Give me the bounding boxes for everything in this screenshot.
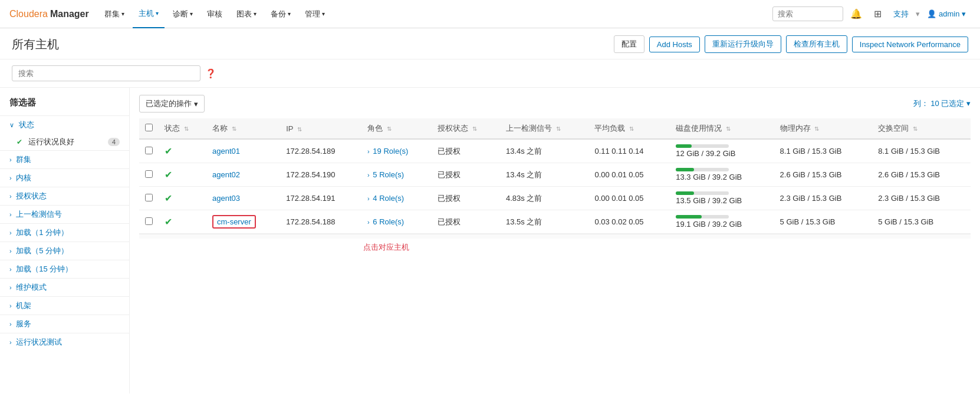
filter-group-load1[interactable]: › 加载（1 分钟） — [0, 223, 129, 241]
row-status: ✔ — [159, 187, 206, 210]
row-status: ✔ — [159, 163, 206, 187]
row-checkbox[interactable] — [145, 217, 153, 225]
status-good-icon: ✔ — [17, 138, 22, 146]
chevron-down-icon: ▾ — [254, 11, 256, 17]
nav-item-diagnose[interactable]: 诊断 ▾ — [167, 0, 199, 28]
col-header-auth[interactable]: 授权状态 ⇅ — [432, 118, 500, 139]
main-layout: 筛选器 ∨ 状态 ✔ 运行状况良好 4 › 群集 › 内核 › 授权状态 — [0, 88, 980, 393]
col-header-name[interactable]: 名称 ⇅ — [206, 118, 280, 139]
filter-group-load15[interactable]: › 加载（15 分钟） — [0, 260, 129, 278]
host-name-link[interactable]: agent01 — [212, 147, 240, 156]
grid-icon[interactable]: ⊞ — [869, 8, 886, 19]
row-roles[interactable]: › 6 Role(s) — [361, 210, 432, 234]
row-checkbox[interactable] — [145, 170, 153, 178]
col-header-swap[interactable]: 交换空间 ⇅ — [872, 118, 971, 139]
row-signal: 13.5s 之前 — [500, 210, 588, 234]
table-scroll-bar[interactable] — [139, 234, 971, 239]
disk-bar-container: 19.1 GiB / 39.2 GiB — [676, 215, 768, 229]
host-name-link[interactable]: cm-server — [212, 215, 256, 229]
filter-group-status[interactable]: ∨ 状态 — [0, 115, 129, 134]
disk-bar-fill — [676, 191, 694, 195]
row-auth: 已授权 — [432, 139, 500, 163]
table-row: ✔ agent02 172.28.54.190 › 5 Role(s) 已授权 … — [139, 163, 971, 187]
filter-group-signal[interactable]: › 上一检测信号 — [0, 205, 129, 223]
col-header-roles[interactable]: 角色 ⇅ — [361, 118, 432, 139]
roles-link[interactable]: 4 Role(s) — [373, 194, 404, 203]
row-checkbox-cell[interactable] — [139, 163, 159, 187]
status-good-icon: ✔ — [165, 146, 172, 156]
filter-group-rack[interactable]: › 机架 — [0, 296, 129, 315]
col-header-ip[interactable]: IP ⇅ — [280, 118, 361, 139]
sidebar: 筛选器 ∨ 状态 ✔ 运行状况良好 4 › 群集 › 内核 › 授权状态 — [0, 88, 130, 393]
nav-item-hosts[interactable]: 主机 ▾ — [133, 0, 165, 28]
nav-search-input[interactable] — [772, 6, 843, 21]
disk-text: 13.5 GiB / 39.2 GiB — [676, 196, 768, 205]
row-checkbox-cell[interactable] — [139, 187, 159, 210]
search-input[interactable] — [12, 65, 200, 81]
row-signal: 13.4s 之前 — [500, 163, 588, 187]
roles-link[interactable]: 6 Role(s) — [373, 217, 404, 226]
filter-group-cluster[interactable]: › 群集 — [0, 150, 129, 168]
brand-cloudera: Cloudera — [9, 9, 48, 19]
row-checkbox[interactable] — [145, 147, 153, 154]
disk-bar-track — [676, 191, 729, 195]
row-auth: 已授权 — [432, 163, 500, 187]
filter-group-health-test[interactable]: › 运行状况测试 — [0, 333, 129, 351]
select-all-checkbox[interactable] — [145, 124, 153, 131]
rerun-upgrade-button[interactable]: 重新运行升级向导 — [705, 35, 781, 53]
col-header-status[interactable]: 状态 ⇅ — [159, 118, 206, 139]
roles-link[interactable]: 5 Role(s) — [373, 170, 404, 179]
nav-item-manage[interactable]: 管理 ▾ — [299, 0, 331, 28]
chevron-right-icon: › — [9, 174, 12, 181]
nav-item-backup[interactable]: 备份 ▾ — [265, 0, 297, 28]
host-name-link[interactable]: agent02 — [212, 170, 240, 179]
chevron-down-icon: ▾ — [322, 11, 325, 17]
sort-icon: ⇅ — [814, 125, 819, 132]
col-header-mem[interactable]: 物理内存 ⇅ — [774, 118, 873, 139]
row-name[interactable]: cm-server — [206, 210, 280, 234]
notification-icon[interactable]: 🔔 — [846, 8, 867, 19]
col-header-signal[interactable]: 上一检测信号 ⇅ — [500, 118, 588, 139]
chevron-right-icon: › — [9, 339, 12, 346]
select-all-header[interactable] — [139, 118, 159, 139]
chevron-right-icon: › — [9, 320, 12, 327]
row-checkbox-cell[interactable] — [139, 139, 159, 163]
config-button[interactable]: 配置 — [614, 35, 644, 53]
filter-group-service[interactable]: › 服务 — [0, 315, 129, 333]
filter-group-maintenance[interactable]: › 维护模式 — [0, 278, 129, 296]
col-header-load[interactable]: 平均负载 ⇅ — [588, 118, 670, 139]
filter-group-auth[interactable]: › 授权状态 — [0, 187, 129, 205]
disk-text: 12 GiB / 39.2 GiB — [676, 149, 768, 158]
content-toolbar: 已选定的操作 ▾ 列： 10 已选定 ▾ — [139, 95, 971, 113]
check-all-hosts-button[interactable]: 检查所有主机 — [786, 35, 847, 53]
help-icon[interactable]: ❓ — [205, 68, 216, 79]
nav-item-cluster[interactable]: 群集 ▾ — [98, 0, 130, 28]
row-name[interactable]: agent01 — [206, 139, 280, 163]
row-roles[interactable]: › 19 Role(s) — [361, 139, 432, 163]
row-name[interactable]: agent02 — [206, 163, 280, 187]
nav-item-charts[interactable]: 图表 ▾ — [231, 0, 262, 28]
row-name[interactable]: agent03 — [206, 187, 280, 210]
filter-group-kernel[interactable]: › 内核 — [0, 168, 129, 187]
col-value-link[interactable]: 10 已选定 — [930, 99, 964, 108]
sort-icon: ⇅ — [472, 125, 477, 132]
content-area: 已选定的操作 ▾ 列： 10 已选定 ▾ 状态 ⇅ 名称 ⇅ — [130, 88, 980, 393]
nav-item-audit[interactable]: 审核 — [201, 0, 228, 28]
add-hosts-button[interactable]: Add Hosts — [649, 37, 700, 52]
col-header-disk[interactable]: 磁盘使用情况 ⇅ — [670, 118, 774, 139]
row-roles[interactable]: › 4 Role(s) — [361, 187, 432, 210]
support-link[interactable]: 支持 — [889, 9, 913, 19]
row-ip: 172.28.54.191 — [280, 187, 361, 210]
roles-link[interactable]: 19 Role(s) — [373, 147, 408, 156]
actions-dropdown[interactable]: 已选定的操作 ▾ — [139, 95, 205, 113]
inspect-network-button[interactable]: Inspect Network Performance — [852, 37, 968, 52]
user-menu[interactable]: 👤 admin ▾ — [922, 9, 971, 18]
row-checkbox-cell[interactable] — [139, 210, 159, 234]
row-checkbox[interactable] — [145, 194, 153, 201]
chevron-right-icon: › — [367, 219, 370, 226]
filter-item-good[interactable]: ✔ 运行状况良好 4 — [0, 134, 129, 150]
filter-group-load5[interactable]: › 加载（5 分钟） — [0, 241, 129, 260]
hosts-table: 状态 ⇅ 名称 ⇅ IP ⇅ 角色 ⇅ 授权状态 ⇅ 上一检测信号 ⇅ 平均负载… — [139, 118, 971, 234]
host-name-link[interactable]: agent03 — [212, 194, 240, 203]
row-roles[interactable]: › 5 Role(s) — [361, 163, 432, 187]
